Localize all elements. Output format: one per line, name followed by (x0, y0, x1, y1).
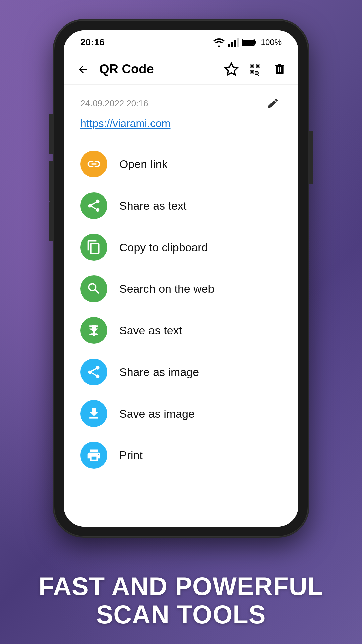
status-icons: 100% (213, 38, 282, 47)
menu-item-share-text[interactable]: Share as text (80, 185, 282, 226)
tagline-area: FAST AND POWERFUL SCAN TOOLS (0, 557, 362, 644)
battery-icon (242, 38, 256, 46)
menu-item-print[interactable]: Print (80, 434, 282, 476)
print-icon-circle (80, 442, 107, 469)
svg-rect-1 (231, 42, 233, 47)
open-link-label: Open link (119, 158, 168, 171)
favorite-button[interactable] (223, 61, 240, 78)
qrcode-button[interactable] (247, 61, 264, 78)
app-bar: QR Code (64, 54, 298, 85)
menu-list: Open link Share as text (80, 143, 282, 476)
print-icon (86, 448, 101, 463)
page-title: QR Code (99, 62, 216, 76)
edit-button[interactable] (264, 95, 282, 112)
print-label: Print (119, 449, 143, 462)
date-text: 24.09.2022 20:16 (80, 98, 148, 109)
svg-rect-6 (243, 40, 254, 45)
save-text-icon-circle (80, 317, 107, 344)
share-text-icon-circle (80, 192, 107, 219)
menu-item-share-image[interactable]: Share as image (80, 351, 282, 393)
copy-clipboard-icon-circle (80, 234, 107, 261)
url-link[interactable]: https://viarami.com (80, 117, 282, 130)
search-web-icon-circle (80, 275, 107, 302)
link-icon (86, 157, 101, 171)
status-time: 20:16 (80, 37, 105, 48)
star-icon (224, 62, 239, 77)
menu-item-copy-clipboard[interactable]: Copy to clipboard (80, 226, 282, 268)
date-row: 24.09.2022 20:16 (80, 95, 282, 112)
share-icon-2 (86, 365, 101, 379)
edit-icon (266, 97, 279, 110)
download-icon-2 (86, 406, 101, 421)
signal-icon (228, 38, 239, 47)
wifi-icon (213, 38, 225, 47)
save-image-label: Save as image (119, 407, 195, 420)
trash-icon (273, 63, 286, 76)
tagline-line1: FAST AND POWERFUL (39, 572, 323, 600)
search-web-label: Search on the web (119, 282, 215, 296)
svg-rect-3 (237, 38, 239, 47)
menu-item-search-web[interactable]: Search on the web (80, 268, 282, 310)
content-area: 24.09.2022 20:16 https://viarami.com (64, 85, 298, 527)
tagline-line2: SCAN TOOLS (96, 600, 266, 629)
svg-rect-0 (228, 44, 230, 47)
phone-body: 20:16 (54, 20, 308, 537)
back-icon (77, 63, 89, 75)
share-image-icon-circle (80, 359, 107, 385)
save-image-icon-circle (80, 400, 107, 427)
phone-wrapper: 20:16 (54, 20, 308, 537)
phone-screen: 20:16 (64, 30, 298, 527)
menu-item-save-text[interactable]: Save as text (80, 310, 282, 351)
download-icon-1 (86, 323, 101, 338)
share-icon-1 (86, 198, 101, 213)
back-button[interactable] (74, 60, 93, 79)
svg-rect-5 (254, 41, 256, 44)
open-link-icon-circle (80, 151, 107, 177)
svg-rect-2 (234, 40, 236, 47)
menu-item-open-link[interactable]: Open link (80, 143, 282, 185)
qrcode-icon (248, 62, 263, 77)
menu-item-save-image[interactable]: Save as image (80, 393, 282, 434)
share-text-label: Share as text (119, 199, 186, 212)
share-image-label: Share as image (119, 366, 199, 379)
app-bar-actions (223, 61, 288, 78)
delete-button[interactable] (271, 61, 288, 78)
battery-percentage: 100% (261, 38, 282, 47)
save-text-label: Save as text (119, 324, 182, 337)
copy-clipboard-label: Copy to clipboard (119, 241, 208, 254)
search-icon (86, 281, 101, 296)
status-bar: 20:16 (64, 30, 298, 54)
svg-marker-7 (225, 63, 238, 75)
copy-icon (86, 240, 101, 255)
